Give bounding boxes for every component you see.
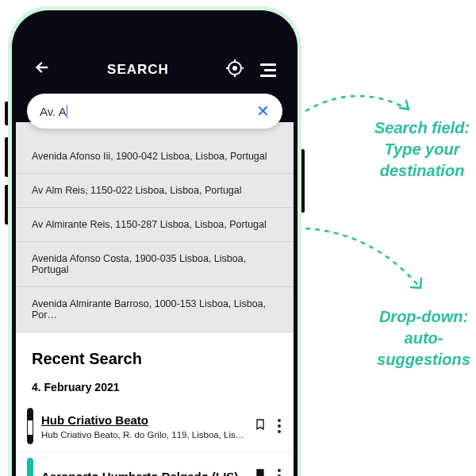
annotation-search-field: Search field: Type your destination [374,117,470,182]
recent-item-name: Hub Criativo Beato [41,413,246,427]
svg-point-1 [233,67,236,70]
kebab-icon[interactable] [274,469,284,476]
side-button [301,149,305,213]
side-button [5,102,8,125]
side-button [5,137,8,177]
suggestion-item[interactable]: Av Alm Reis, 1150-022 Lisboa, Lisboa, Po… [16,174,294,208]
page-title: SEARCH [107,62,169,78]
kebab-icon[interactable] [274,419,284,433]
side-button [5,185,8,225]
recent-item-name: Aeroporto Humberto Delgado (LIS) [41,470,246,477]
suggestions-dropdown: Avenida Afonso Iii, 1900-042 Lisboa, Lis… [16,122,294,332]
phone-frame: SEARCH Av. A ✕ Avenida Afonso Iii, 1900-… [8,6,301,476]
suggestion-item[interactable]: Avenida Almirante Barroso, 1000-153 Lisb… [16,287,294,332]
search-input[interactable]: Av. A ✕ [27,94,282,129]
suggestion-item[interactable]: Avenida Afonso Costa, 1900-035 Lisboa, L… [16,242,294,287]
recent-item-sub: Hub Criativo Beato, R. do Grilo, 119, Li… [41,430,246,440]
locate-icon[interactable] [225,59,244,81]
suggestion-item[interactable]: Avenida Afonso Iii, 1900-042 Lisboa, Lis… [16,140,294,174]
back-arrow-icon[interactable] [33,59,51,81]
item-decoration-icon [27,458,33,476]
recent-item[interactable]: Hub Criativo Beato Hub Criativo Beato, R… [16,403,294,453]
recent-date: 4. February 2021 [16,378,294,403]
search-value: Av. A [40,105,67,118]
app-screen: SEARCH Av. A ✕ Avenida Afonso Iii, 1900-… [16,14,294,476]
recent-item[interactable]: Aeroporto Humberto Delgado (LIS) [16,453,294,476]
suggestion-item[interactable]: Av Almirante Reis, 1150-287 Lisboa, Lisb… [16,208,294,242]
bookmark-icon[interactable] [254,416,267,436]
bookmark-icon[interactable] [254,466,267,476]
annotation-dropdown: Drop-down: auto-suggestions [371,306,476,370]
recent-heading: Recent Search [16,332,294,378]
clear-icon[interactable]: ✕ [256,102,270,121]
phone-notch [95,10,214,31]
annotation-arrow-icon [301,221,432,300]
item-decoration-icon [27,408,33,444]
menu-icon[interactable] [260,63,276,77]
